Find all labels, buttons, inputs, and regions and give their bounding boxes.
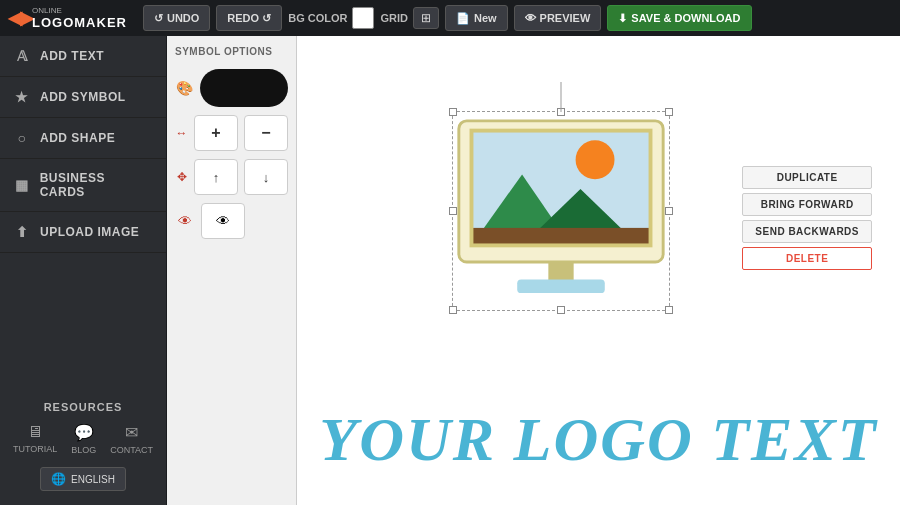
contact-icon: ✉: [125, 423, 138, 442]
bg-color-label: BG COLOR: [288, 12, 347, 24]
language-button[interactable]: 🌐 ENGLISH: [40, 467, 126, 491]
color-preview[interactable]: [200, 69, 288, 107]
logo-online: ONLINE: [32, 7, 127, 15]
delete-button[interactable]: DELETE: [742, 247, 872, 270]
canvas-area[interactable]: DUPLICATE BRING FORWARD SEND BACKWARDS D…: [297, 36, 900, 505]
redo-button[interactable]: REDO ↺: [216, 5, 282, 31]
logo-sub: ONLINE LOGOMAKER: [32, 7, 127, 30]
preview-button[interactable]: 👁 PREVIEW: [514, 5, 602, 31]
sidebar-item-add-shape[interactable]: ○ ADD SHAPE: [0, 118, 166, 159]
canvas-content: DUPLICATE BRING FORWARD SEND BACKWARDS D…: [297, 36, 900, 505]
cards-icon: ▦: [14, 177, 30, 193]
blog-icon: 💬: [74, 423, 94, 442]
symbol-icon: ★: [14, 89, 30, 105]
size-btn-group: + −: [194, 115, 288, 151]
add-symbol-label: ADD SYMBOL: [40, 90, 126, 104]
tutorial-link[interactable]: 🖥 TUTORIAL: [13, 423, 57, 455]
download-icon: ⬇: [618, 12, 627, 25]
new-label: New: [474, 12, 497, 24]
sidebar-item-upload-image[interactable]: ⬆ UPLOAD IMAGE: [0, 212, 166, 253]
eye-red-icon: 👁: [178, 213, 192, 229]
monitor-illustration: [452, 116, 670, 296]
eye-btn-group: 👁: [201, 203, 245, 239]
tutorial-icon: 🖥: [27, 423, 43, 441]
handle-top-right[interactable]: [665, 108, 673, 116]
undo-label: UNDO: [167, 12, 199, 24]
bg-color-section: BG COLOR: [288, 7, 374, 29]
sidebar: 𝔸 ADD TEXT ★ ADD SYMBOL ○ ADD SHAPE ▦ BU…: [0, 36, 167, 505]
shape-icon: ○: [14, 130, 30, 146]
color-row: 🎨: [175, 69, 288, 107]
move-row: ✥ ↑ ↓: [175, 159, 288, 195]
svg-rect-6: [471, 228, 650, 246]
logo-display-text[interactable]: Your Logo Text: [297, 404, 900, 475]
visibility-row: 👁 👁: [175, 203, 288, 239]
bring-forward-button[interactable]: BRING FORWARD: [742, 193, 872, 216]
duplicate-button[interactable]: DUPLICATE: [742, 166, 872, 189]
svg-point-3: [576, 140, 615, 179]
send-backwards-button[interactable]: SEND BACKWARDS: [742, 220, 872, 243]
topbar: ◀▶ ONLINE LOGOMAKER ↺ UNDO REDO ↺ BG COL…: [0, 0, 900, 36]
handle-bottom-middle[interactable]: [557, 306, 565, 314]
language-label: ENGLISH: [71, 474, 115, 485]
blog-label: BLOG: [71, 445, 96, 455]
sidebar-item-add-symbol[interactable]: ★ ADD SYMBOL: [0, 77, 166, 118]
upload-image-label: UPLOAD IMAGE: [40, 225, 139, 239]
context-menu: DUPLICATE BRING FORWARD SEND BACKWARDS D…: [742, 166, 872, 270]
main-content: 𝔸 ADD TEXT ★ ADD SYMBOL ○ ADD SHAPE ▦ BU…: [0, 36, 900, 505]
grid-label: GRID: [380, 12, 408, 24]
new-button[interactable]: 📄 New: [445, 5, 508, 31]
move-down-button[interactable]: ↓: [244, 159, 288, 195]
redo-label: REDO ↺: [227, 12, 271, 25]
symbol-panel-title: SYMBOL OPTIONS: [175, 46, 272, 57]
move-icon: ✥: [177, 170, 187, 184]
save-label: SAVE & DOWNLOAD: [631, 12, 740, 24]
grid-section: GRID ⊞: [380, 7, 439, 29]
resources-title: RESOURCES: [14, 401, 152, 413]
move-up-button[interactable]: ↑: [194, 159, 238, 195]
svg-rect-9: [517, 279, 605, 293]
add-text-label: ADD TEXT: [40, 49, 104, 63]
size-increase-button[interactable]: +: [194, 115, 238, 151]
business-cards-label: BUSINESS CARDS: [40, 171, 152, 199]
eye-icon: 👁: [525, 12, 536, 24]
upload-icon: ⬆: [14, 224, 30, 240]
logo-icon: ◀▶: [8, 7, 32, 29]
handle-bottom-right[interactable]: [665, 306, 673, 314]
contact-label: CONTACT: [110, 445, 153, 455]
handle-top-left[interactable]: [449, 108, 457, 116]
contact-link[interactable]: ✉ CONTACT: [110, 423, 153, 455]
undo-icon: ↺: [154, 12, 163, 25]
globe-icon: 🌐: [51, 472, 66, 486]
handle-top-middle[interactable]: [557, 108, 565, 116]
blog-link[interactable]: 💬 BLOG: [71, 423, 96, 455]
sidebar-resources: RESOURCES 🖥 TUTORIAL 💬 BLOG ✉ CONTACT 🌐 …: [0, 387, 166, 505]
grid-button[interactable]: ⊞: [413, 7, 439, 29]
text-icon: 𝔸: [14, 48, 30, 64]
size-row: ↔ + −: [175, 115, 288, 151]
move-btn-group: ↑ ↓: [194, 159, 288, 195]
bg-color-picker[interactable]: [352, 7, 374, 29]
color-icon: 🎨: [176, 80, 193, 96]
selection-top-line: [561, 82, 562, 112]
visibility-button[interactable]: 👁: [201, 203, 245, 239]
svg-rect-8: [548, 262, 573, 281]
logo-brand: LOGOMAKER: [32, 15, 127, 30]
tutorial-label: TUTORIAL: [13, 444, 57, 454]
save-download-button[interactable]: ⬇ SAVE & DOWNLOAD: [607, 5, 751, 31]
handle-bottom-left[interactable]: [449, 306, 457, 314]
file-icon: 📄: [456, 12, 470, 25]
resources-links: 🖥 TUTORIAL 💬 BLOG ✉ CONTACT: [14, 423, 152, 455]
sidebar-item-add-text[interactable]: 𝔸 ADD TEXT: [0, 36, 166, 77]
undo-button[interactable]: ↺ UNDO: [143, 5, 210, 31]
resize-icon: ↔: [176, 126, 188, 140]
size-decrease-button[interactable]: −: [244, 115, 288, 151]
add-shape-label: ADD SHAPE: [40, 131, 115, 145]
symbol-panel: SYMBOL OPTIONS 🎨 ↔ + − ✥ ↑ ↓: [167, 36, 297, 505]
logo-area: ◀▶ ONLINE LOGOMAKER: [8, 7, 127, 30]
preview-label: PREVIEW: [540, 12, 591, 24]
sidebar-item-business-cards[interactable]: ▦ BUSINESS CARDS: [0, 159, 166, 212]
